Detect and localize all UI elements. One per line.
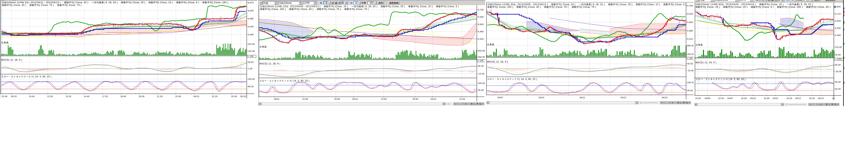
svg-text:R: R	[832, 103, 833, 105]
svg-text:04/13: 04/13	[818, 97, 824, 99]
svg-text:9,625: 9,625	[248, 9, 254, 12]
svg-text:40.00: 40.00	[687, 63, 693, 65]
svg-text:16:30: 16:30	[809, 97, 815, 99]
svg-text:100.00: 100.00	[248, 78, 255, 80]
svg-text:04/06: 04/06	[705, 97, 710, 99]
svg-text:出来高: 出来高	[487, 43, 494, 46]
svg-text:200.00: 200.00	[478, 56, 485, 58]
svg-text:04/10: 04/10	[538, 96, 544, 99]
svg-text:1.00: 1.00	[248, 68, 252, 70]
svg-text:20:00: 20:00	[412, 98, 418, 100]
svg-text:12:00: 12:00	[381, 98, 386, 100]
svg-text:+: +	[812, 103, 813, 105]
svg-text:01:20: 01:20	[212, 95, 218, 98]
svg-text:35.00: 35.00	[478, 65, 484, 67]
svg-text:20.50: 20.50	[248, 61, 254, 63]
svg-text:-15.00: -15.00	[687, 69, 694, 72]
svg-text:35.00: 35.00	[835, 88, 841, 90]
svg-text:9,560: 9,560	[478, 23, 484, 25]
svg-text:9,620: 9,620	[835, 20, 841, 22]
svg-text:12:00: 12:00	[302, 98, 308, 100]
svg-text:9,670: 9,670	[248, 1, 254, 4]
svg-text:日経225mini 12/06( 15分, 2012/04/: 日経225mini 12/06( 15分, 2012/04/05 - 2012/…	[260, 5, 459, 8]
svg-text:9,440: 9,440	[835, 34, 841, 36]
svg-text:D: D	[826, 103, 827, 105]
svg-text:310.00: 310.00	[248, 43, 255, 45]
svg-text:L: L	[474, 103, 475, 105]
svg-text:MACD( 12, 26, 9 ): MACD( 12, 26, 9 )	[259, 62, 280, 65]
svg-text:MACD( 12, 26, 9 ): MACD( 12, 26, 9 )	[695, 61, 716, 64]
svg-text:04/13: 04/13	[662, 96, 668, 99]
svg-text:18:40: 18:40	[120, 95, 126, 98]
svg-text:L: L	[829, 103, 830, 105]
svg-text:100.00: 100.00	[478, 82, 485, 84]
svg-text:9,580: 9,580	[248, 18, 254, 20]
svg-text:9,630: 9,630	[478, 16, 484, 18]
svg-text:04/13: 04/13	[431, 98, 436, 100]
svg-text:04/10: 04/10	[750, 97, 756, 99]
svg-text:MACD( 12, 26, 9 ): MACD( 12, 26, 9 )	[1, 58, 22, 61]
svg-text:02:40: 02:40	[231, 95, 237, 98]
svg-text:45.00: 45.00	[835, 64, 841, 66]
svg-text:×: ×	[837, 103, 839, 105]
svg-text:9,420: 9,420	[478, 38, 484, 40]
svg-text:9,490: 9,490	[248, 33, 254, 36]
svg-text:10:40: 10:40	[29, 95, 35, 98]
svg-text:移動平均( Close, 150 ) 移動平均( Clos: 移動平均( Close, 150 ) 移動平均( Close, 40 ) 移動平…	[488, 6, 596, 8]
svg-text:20:00: 20:00	[139, 95, 145, 98]
svg-text:13:20: 13:20	[66, 95, 71, 98]
svg-text:× 100: × 100	[248, 55, 253, 57]
svg-text:× 1000: × 1000	[835, 58, 842, 60]
svg-text:04/11: 04/11	[580, 96, 585, 99]
svg-text:250.00: 250.00	[687, 53, 694, 55]
svg-text:9,630: 9,630	[687, 13, 693, 15]
svg-text:09:20: 09:20	[11, 95, 17, 98]
svg-text:04/07: 04/07	[727, 97, 733, 99]
svg-text:+: +	[457, 103, 458, 105]
svg-text:21:20: 21:20	[157, 95, 163, 98]
svg-text:9,560: 9,560	[687, 21, 693, 23]
svg-text:移動平均( Close, 25 ) 移動平均( Close: 移動平均( Close, 25 ) 移動平均( Close, 10 ) 移動平均…	[695, 6, 836, 8]
svg-text:04/12: 04/12	[795, 97, 801, 99]
svg-text:100.00: 100.00	[687, 81, 694, 84]
svg-text:9,530: 9,530	[835, 27, 841, 29]
svg-text:04/13: 04/13	[193, 95, 199, 98]
svg-text:出来高: 出来高	[1, 41, 8, 44]
svg-text:9,490: 9,490	[478, 30, 484, 33]
svg-text:14:40: 14:40	[84, 95, 89, 98]
svg-text:D: D	[471, 103, 472, 105]
svg-text:04/12: 04/12	[352, 98, 358, 100]
svg-text:移動平均( Close, 150 ) 移動平均( Clos: 移動平均( Close, 150 ) 移動平均( Close, 40 ) 移動平…	[260, 8, 369, 10]
svg-text:04/11: 04/11	[274, 98, 279, 100]
svg-text:出来高: 出来高	[259, 45, 267, 48]
svg-text:9,415: 9,415	[687, 38, 693, 40]
svg-text:120.00: 120.00	[248, 50, 255, 52]
svg-text:出来高: 出来高	[695, 44, 703, 46]
svg-text:35.00: 35.00	[478, 89, 484, 91]
svg-text:スロー・ストキャスティクス( 14, 3, 80, 20 ): スロー・ストキャスティクス( 14, 3, 80, 20 )	[487, 78, 537, 80]
svg-text:移動平均( Close, 40 ) 移動平均( Close: 移動平均( Close, 40 ) 移動平均( Close, 75 ) 移動平均…	[2, 4, 82, 6]
svg-text:17:20: 17:20	[102, 95, 108, 98]
svg-text:× 100: × 100	[478, 60, 484, 62]
svg-text:9,705: 9,705	[687, 5, 693, 7]
svg-text:9,535: 9,535	[248, 25, 254, 28]
svg-text:スロー・ストキャスティクス( 14, 3, 80, 20 ): スロー・ストキャスティクス( 14, 3, 80, 20 )	[259, 79, 309, 82]
svg-text:−: −	[460, 103, 461, 105]
svg-text:16:30: 16:30	[764, 97, 770, 99]
svg-text:04/12: 04/12	[621, 96, 626, 99]
svg-text:12:00: 12:00	[47, 95, 53, 98]
svg-text:×: ×	[689, 102, 690, 104]
svg-text:850.00: 850.00	[687, 45, 694, 47]
svg-text:9,485: 9,485	[687, 30, 693, 32]
svg-text:9,710: 9,710	[835, 13, 841, 15]
svg-text:40.00: 40.00	[835, 54, 841, 56]
svg-text:× 100: × 100	[687, 57, 693, 59]
svg-text:L: L	[680, 102, 682, 104]
svg-text:−: −	[815, 103, 816, 105]
svg-text:35.00: 35.00	[687, 89, 693, 92]
svg-text:16:30: 16:30	[786, 97, 792, 99]
svg-text:スロー・ストキャスティクス( 14, 3, 80, 20 ): スロー・ストキャスティクス( 14, 3, 80, 20 )	[695, 78, 746, 80]
svg-text:02:40: 02:40	[2, 95, 7, 98]
svg-text:40.00: 40.00	[248, 86, 254, 88]
svg-text:R: R	[477, 103, 478, 105]
